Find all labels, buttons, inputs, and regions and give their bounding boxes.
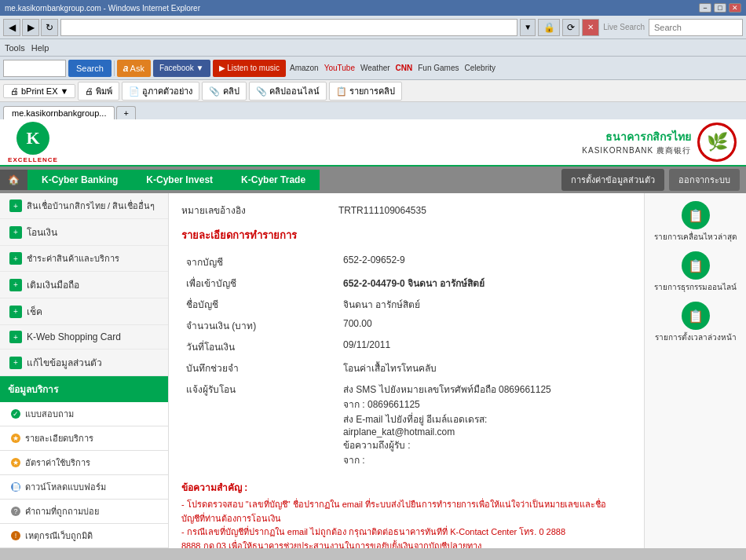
sidebar-item-transfer[interactable]: + โอนเงิน (0, 219, 168, 246)
clip-button[interactable]: 📎 คลิป (202, 82, 246, 101)
clip-list-button[interactable]: 📋 รายการคลิป (329, 82, 402, 101)
expand-icon-kwebcard: + (9, 331, 22, 343)
minimize-button[interactable]: − (699, 3, 711, 13)
browser-tab[interactable]: me.kasikornbankgroup... (3, 106, 115, 119)
reload-button[interactable]: ⟳ (562, 19, 580, 36)
to-account-label: เพื่อเข้าบัญชี (181, 273, 338, 294)
notify-email-addr: airplane_kat@hotmail.com (343, 426, 627, 437)
address-go-button[interactable]: ▼ (520, 19, 536, 36)
sidebar-section-info: ข้อมูลบริการ (0, 376, 168, 402)
sidebar-item-topup[interactable]: + เติมเงินมือถือ (0, 272, 168, 298)
refresh-button[interactable]: ↻ (41, 19, 58, 36)
memo-value: โอนค่าเสื้อไทรโทนคลับ (338, 357, 631, 379)
transfer-date-value: 09/11/2011 (338, 336, 631, 357)
from-account-value: 652-2-09652-9 (338, 251, 631, 273)
amazon-link[interactable]: Amazon (288, 64, 320, 72)
sidebar-item-check[interactable]: + เช็ค (0, 298, 168, 325)
from-account-row: จากบัญชี 652-2-09652-9 (181, 251, 631, 273)
online-icon: 📋 (682, 251, 710, 280)
expand-icon-loan: + (9, 199, 22, 212)
sidebar-item-kwebcard[interactable]: + K-Web Shopping Card (0, 325, 168, 350)
bullet-rate-icon: ★ (11, 458, 20, 467)
bullet-detail-icon: ★ (11, 434, 20, 443)
expand-icon-transfer: + (9, 226, 22, 239)
sidebar-item-edit-profile[interactable]: + แก้ไขข้อมูลส่วนตัว (0, 350, 168, 376)
sidebar-sub-survey[interactable]: ✓ แบบสอบถาม (0, 402, 168, 426)
bullet-download-icon: 📄 (11, 482, 20, 492)
nav-cyber-invest[interactable]: K-Cyber Invest (132, 170, 227, 190)
settings-button[interactable]: การตั้งค่าข้อมูลส่วนตัว (561, 169, 664, 191)
sidebar-sub-rate[interactable]: ★ อัตราค่าใช้บริการ (0, 451, 168, 475)
youtube-link[interactable]: YouTube (323, 64, 357, 72)
bank-name-thai: ธนาคารกสิกรไทย (582, 128, 691, 145)
games-link[interactable]: Fun Games (416, 64, 460, 72)
k-logo-letter: K (26, 128, 39, 148)
memo-row: บันทึกช่วยจำ โอนค่าเสื้อไทรโทนคลับ (181, 357, 631, 379)
account-name-label: ชื่อบัญชี (181, 294, 338, 315)
important-content: - โปรดตรวจสอบ "เลขที่บัญชี" ชื่อปรากฏใน … (181, 498, 631, 548)
kasikorn-logo: 🌿 (697, 123, 737, 162)
notify-row: แจ้งผู้รับโอน ส่ง SMS ไปยังหมายเลขโทรศัพ… (181, 379, 631, 470)
stop-button[interactable]: ✕ (582, 19, 599, 36)
home-icon: 🏠 (8, 174, 20, 185)
bullet-survey-icon: ✓ (11, 409, 20, 419)
maximize-button[interactable]: □ (714, 3, 726, 13)
bprint-button[interactable]: 🖨 bPrint EX ▼ (3, 84, 75, 98)
search-button[interactable]: Search (68, 60, 112, 77)
sidebar-sub-detail[interactable]: ★ รายละเอียดบริการ (0, 426, 168, 451)
bullet-phishing-icon: ! (11, 531, 20, 540)
live-search-label: Live Search (602, 23, 646, 31)
close-button[interactable]: ✕ (729, 3, 741, 13)
expand-icon-payment: + (9, 252, 22, 265)
right-item-online[interactable]: 📋 รายการธุรกรรมออนไลน์ (649, 251, 741, 292)
account-name-value: จินดนา อารักษ์สิตย์ (338, 294, 631, 315)
notify-sms: ส่ง SMS ไปยังหมายเลขโทรศัพท์มือถือ 08696… (343, 382, 627, 397)
nav-cyber-trade[interactable]: K-Cyber Trade (227, 170, 320, 190)
to-account-value: 652-2-04479-0 จินดนา อารักษ์สิตย์ (338, 273, 631, 294)
ask-button[interactable]: a Ask (117, 60, 151, 77)
sidebar-item-loan[interactable]: + สินเชื่อบ้านกสิกรไทย / สินเชื่ออื่นๆ (0, 193, 168, 219)
transfer-date-label: วันที่โอนเงิน (181, 336, 338, 357)
clip-online-button[interactable]: 📎 คลิปออนไลน์ (249, 82, 327, 101)
nav-cyber-banking[interactable]: K-Cyber Banking (27, 170, 132, 190)
new-tab-button[interactable]: + (116, 106, 135, 119)
right-item-scheduled[interactable]: 📋 รายการตั้งเวลาล่วงหน้า (649, 302, 741, 342)
ask-icon: a (123, 63, 129, 74)
weather-link[interactable]: Weather (359, 64, 392, 72)
transfer-date-row: วันที่โอนเงิน 09/11/2011 (181, 336, 631, 357)
help-menu[interactable]: Help (31, 43, 49, 53)
detail-title: รายละเอียดการทำรายการ (181, 227, 631, 243)
excellence-text: EXCELLENCE (8, 156, 58, 163)
tools-menu[interactable]: Tools (5, 43, 25, 53)
sidebar-sub-phishing[interactable]: ! เหตุกรณีเว็บถูกมิดิ (0, 524, 168, 548)
music-button[interactable]: ▶ Listen to music (213, 60, 286, 77)
address-input[interactable]: me.kasikornbankgroup.com/K-Online/indexH… (60, 19, 517, 36)
cnn-link[interactable]: CNN (394, 64, 415, 72)
sidebar-item-payment[interactable]: + ชำระค่าสินค้าและบริการ (0, 246, 168, 272)
account-name-row: ชื่อบัญชี จินดนา อารักษ์สิตย์ (181, 294, 631, 315)
celebrity-link[interactable]: Celebrity (463, 64, 497, 72)
template-button[interactable]: 📄 อูภาคตัวอย่าง (122, 82, 199, 101)
nav-home[interactable]: 🏠 (0, 170, 27, 190)
print-button[interactable]: 🖨 พิมพ์ (78, 82, 119, 101)
toolbar-search-input[interactable] (3, 60, 66, 77)
sidebar-sub-download[interactable]: 📄 ดาวน์โหลดแบบฟอร์ม (0, 475, 168, 500)
right-item-recent[interactable]: 📋 รายการเคลื่อนไหวล่าสุด (649, 201, 741, 242)
back-button[interactable]: ◀ (3, 19, 20, 36)
facebook-button[interactable]: Facebook ▼ (153, 60, 210, 77)
logout-button[interactable]: ออกจากระบบ (669, 169, 740, 191)
live-search-input[interactable] (649, 19, 743, 36)
scheduled-icon: 📋 (682, 302, 710, 330)
amount-row: จำนวนเงิน (บาท) 700.00 (181, 315, 631, 336)
to-account-row: เพื่อเข้าบัญชี 652-2-04479-0 จินดนา อารั… (181, 273, 631, 294)
from-account-label: จากบัญชี (181, 251, 338, 273)
notify-content: ส่ง SMS ไปยังหมายเลขโทรศัพท์มือถือ 08696… (338, 379, 631, 470)
memo-label: บันทึกช่วยจำ (181, 357, 338, 379)
notify-msg: ข้อความถึงผู้รับ : (343, 437, 627, 452)
sidebar-sub-faq[interactable]: ? คำถามที่ถูกถามบ่อย (0, 500, 168, 524)
amount-label: จำนวนเงิน (บาท) (181, 315, 338, 336)
notify-from2: จาก : (343, 452, 627, 467)
security-button[interactable]: 🔒 (538, 19, 560, 36)
ref-value: TRTR111109064535 (338, 205, 426, 216)
forward-button[interactable]: ▶ (22, 19, 39, 36)
